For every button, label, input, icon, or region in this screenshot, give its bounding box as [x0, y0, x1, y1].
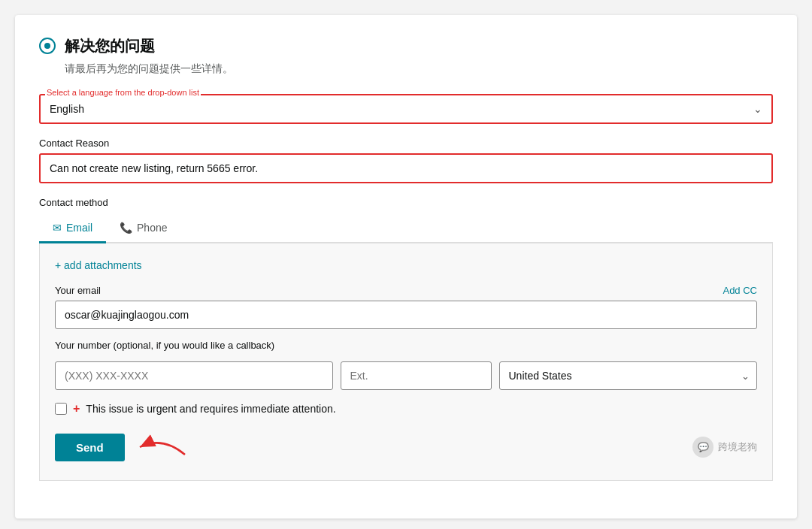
- contact-method-section: Contact method ✉ Email 📞 Phone + add att…: [39, 197, 773, 481]
- email-row: Your email Add CC: [55, 285, 757, 296]
- language-select[interactable]: English Chinese Japanese Korean Spanish: [41, 95, 771, 122]
- number-label: Your number (optional, if you would like…: [55, 340, 757, 351]
- tab-email[interactable]: ✉ Email: [39, 216, 106, 243]
- tab-phone[interactable]: 📞 Phone: [106, 216, 180, 243]
- watermark-icon: 💬: [692, 437, 714, 458]
- contact-method-label: Contact method: [39, 197, 773, 208]
- phone-section: Your number (optional, if you would like…: [55, 340, 757, 390]
- number-row: United States China Japan United Kingdom…: [55, 361, 757, 390]
- add-attachments-link[interactable]: + add attachments: [55, 259, 142, 271]
- email-tab-icon: ✉: [53, 222, 62, 234]
- watermark: 💬 跨境老狗: [692, 437, 757, 458]
- send-button[interactable]: Send: [55, 434, 125, 461]
- contact-reason-input[interactable]: [41, 155, 406, 182]
- tabs-wrapper: ✉ Email 📞 Phone: [39, 216, 773, 243]
- watermark-text: 跨境老狗: [718, 440, 757, 454]
- contact-reason-label: Contact Reason: [39, 138, 773, 149]
- step-icon: [39, 38, 56, 54]
- email-tab-label: Email: [66, 222, 92, 234]
- urgent-row: + This issue is urgent and requires imme…: [55, 402, 757, 416]
- page-header: 解决您的问题: [39, 36, 773, 59]
- add-cc-link[interactable]: Add CC: [723, 285, 757, 296]
- country-select-wrapper: United States China Japan United Kingdom…: [499, 361, 758, 390]
- urgent-checkbox[interactable]: [55, 403, 67, 415]
- email-tab-content: + add attachments Your email Add CC Your…: [39, 243, 773, 481]
- page-wrapper: 解决您的问题 请最后再为您的问题提供一些详情。 Select a languag…: [15, 15, 797, 518]
- country-select[interactable]: United States China Japan United Kingdom: [499, 361, 758, 390]
- language-dropdown-wrapper: Select a language from the drop-down lis…: [39, 94, 773, 124]
- language-section: Select a language from the drop-down lis…: [39, 94, 773, 124]
- urgent-text: This issue is urgent and requires immedi…: [86, 403, 335, 415]
- send-area: Send: [55, 432, 192, 462]
- red-arrow-annotation: [125, 432, 192, 462]
- phone-tab-label: Phone: [137, 222, 167, 234]
- phone-tab-icon: 📞: [120, 222, 132, 234]
- phone-input[interactable]: [55, 361, 333, 390]
- contact-reason-section: Contact Reason: [39, 138, 773, 183]
- contact-reason-wrapper: [39, 153, 773, 183]
- ext-input[interactable]: [341, 361, 492, 390]
- email-field-label: Your email: [55, 285, 101, 296]
- page-subtitle: 请最后再为您的问题提供一些详情。: [39, 62, 773, 76]
- email-input[interactable]: [55, 301, 757, 329]
- urgent-plus-icon: +: [73, 402, 80, 416]
- language-label: Select a language from the drop-down lis…: [45, 88, 201, 97]
- send-section: Send 💬 跨境老狗: [55, 432, 757, 462]
- page-title: 解决您的问题: [65, 36, 155, 56]
